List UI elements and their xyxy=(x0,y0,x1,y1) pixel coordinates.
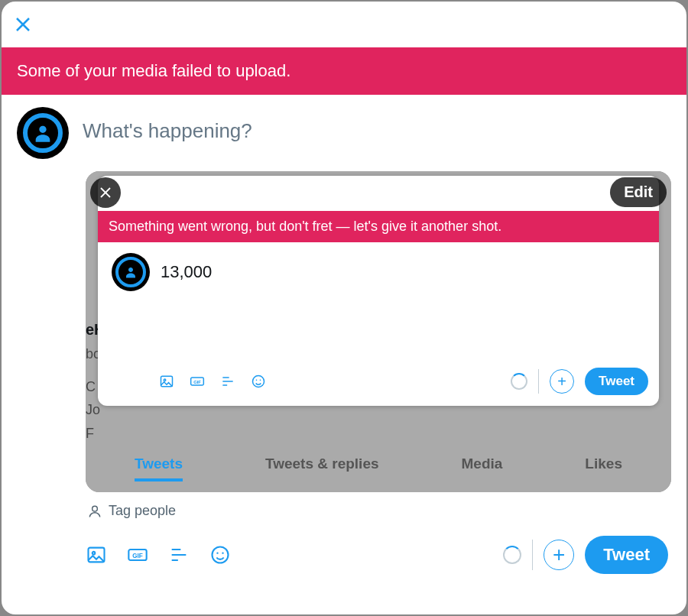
emoji-icon[interactable] xyxy=(209,544,231,566)
edit-media-button[interactable]: Edit xyxy=(610,177,667,207)
person-icon xyxy=(87,504,102,519)
modal-header xyxy=(2,2,686,47)
compose-row: What's happening? xyxy=(2,95,686,162)
svg-point-5 xyxy=(164,379,166,381)
poll-icon[interactable] xyxy=(168,544,190,566)
bg-tab-likes: Likes xyxy=(585,456,622,481)
svg-point-11 xyxy=(92,506,98,511)
svg-point-10 xyxy=(260,380,261,381)
image-icon[interactable] xyxy=(86,544,107,566)
avatar[interactable] xyxy=(112,253,150,291)
nested-error-banner: Something went wrong, but don't fret — l… xyxy=(98,211,659,242)
close-icon[interactable] xyxy=(14,15,32,34)
tweet-button[interactable]: Tweet xyxy=(585,536,668,574)
outer-toolbar: GIF + Tweet xyxy=(2,519,686,589)
divider xyxy=(538,369,539,394)
gif-icon[interactable]: GIF xyxy=(190,374,205,389)
media-preview: eH bo C Jo F Tweets Tweets & replies Med… xyxy=(86,171,671,492)
bg-tab-tweets: Tweets xyxy=(135,456,183,481)
bg-tabs: Tweets Tweets & replies Media Likes xyxy=(86,456,671,481)
character-count-circle xyxy=(511,373,527,390)
tweet-button[interactable]: Tweet xyxy=(585,368,648,395)
nested-tweet-text[interactable]: 13,000 xyxy=(161,262,212,282)
svg-text:GIF: GIF xyxy=(193,380,201,384)
svg-point-18 xyxy=(222,553,223,554)
bg-tab-replies: Tweets & replies xyxy=(265,456,379,481)
add-tweet-button[interactable]: + xyxy=(544,540,574,570)
gif-icon[interactable]: GIF xyxy=(127,544,148,566)
tag-people-button[interactable]: Tag people xyxy=(87,503,686,519)
nested-compose-panel: Something went wrong, but don't fret — l… xyxy=(98,176,659,406)
remove-media-button[interactable] xyxy=(90,177,121,208)
svg-point-9 xyxy=(256,380,258,381)
compose-placeholder[interactable]: What's happening? xyxy=(83,119,252,143)
svg-text:GIF: GIF xyxy=(132,553,143,559)
compose-modal: Some of your media failed to upload. Wha… xyxy=(2,2,686,614)
svg-point-17 xyxy=(216,553,218,554)
upload-error-banner: Some of your media failed to upload. xyxy=(2,47,686,95)
poll-icon[interactable] xyxy=(220,374,235,389)
close-icon xyxy=(99,186,112,199)
divider xyxy=(532,540,533,570)
svg-point-16 xyxy=(213,547,229,563)
nested-toolbar: GIF + Tweet xyxy=(98,360,659,406)
image-icon[interactable] xyxy=(159,374,174,389)
nested-compose-row: 13,000 xyxy=(98,242,659,360)
svg-point-13 xyxy=(92,552,96,555)
add-tweet-button[interactable]: + xyxy=(550,369,574,394)
bg-tab-media: Media xyxy=(462,456,503,481)
svg-point-8 xyxy=(253,376,264,387)
avatar[interactable] xyxy=(17,107,69,159)
emoji-icon[interactable] xyxy=(251,374,266,389)
tag-people-label: Tag people xyxy=(109,503,176,519)
character-count-circle xyxy=(503,546,521,564)
